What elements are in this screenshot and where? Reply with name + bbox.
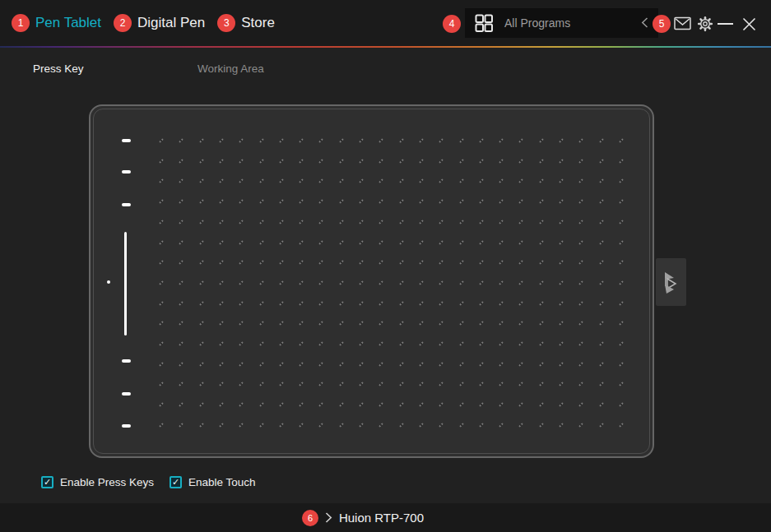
- grid-dot: [339, 138, 344, 143]
- grid-dot: [578, 179, 583, 184]
- tab-working-area[interactable]: Working Area: [197, 62, 264, 75]
- grid-dot: [559, 220, 564, 224]
- grid-dot: [179, 301, 183, 306]
- grid-dot: [619, 138, 624, 143]
- program-selector[interactable]: All Programs: [465, 8, 658, 38]
- grid-dot: [239, 138, 244, 143]
- grid-dot: [339, 159, 344, 164]
- grid-dot: [499, 382, 504, 387]
- grid-dot: [439, 382, 444, 387]
- program-selector-value: All Programs: [504, 16, 570, 30]
- grid-dot: [319, 138, 324, 143]
- grid-dot: [479, 240, 484, 245]
- grid-dot: [259, 260, 264, 265]
- grid-dot: [199, 159, 204, 164]
- grid-dot: [479, 423, 484, 428]
- grid-dot: [578, 321, 583, 326]
- grid-dot: [519, 138, 524, 143]
- grid-dot: [319, 280, 324, 285]
- grid-dot: [339, 280, 344, 285]
- grid-dot: [279, 382, 284, 387]
- grid-dot: [459, 138, 464, 143]
- touch-strip[interactable]: [124, 232, 127, 335]
- pen-nib-icon: [662, 267, 681, 297]
- tab-press-key[interactable]: Press Key: [33, 62, 84, 75]
- chevron-right-icon[interactable]: [325, 512, 332, 523]
- grid-dot: [239, 220, 244, 224]
- grid-dot: [259, 179, 264, 184]
- pen-panel-toggle[interactable]: [656, 258, 686, 306]
- grid-dot: [519, 423, 524, 428]
- grid-dot: [319, 301, 324, 306]
- grid-dot: [239, 362, 244, 367]
- grid-dot: [459, 199, 464, 204]
- press-key-3[interactable]: [122, 203, 131, 206]
- grid-dot: [379, 402, 383, 407]
- grid-dot: [599, 362, 604, 367]
- grid-dot: [339, 402, 344, 407]
- grid-dot: [539, 362, 544, 367]
- grid-dot: [419, 260, 424, 265]
- enable-touch-checkbox[interactable]: ✓: [170, 476, 182, 488]
- enable-press-keys-option[interactable]: ✓ Enable Press Keys: [41, 476, 154, 488]
- grid-dot: [259, 280, 264, 285]
- press-key-1[interactable]: [122, 139, 131, 142]
- enable-touch-option[interactable]: ✓ Enable Touch: [170, 476, 256, 488]
- grid-dot: [239, 301, 244, 306]
- grid-dot: [279, 402, 284, 407]
- grid-dot: [578, 382, 583, 387]
- grid-dot: [299, 382, 304, 387]
- press-key-5[interactable]: [122, 392, 131, 396]
- grid-dot: [199, 220, 204, 224]
- gear-icon[interactable]: [697, 16, 713, 32]
- grid-dot: [279, 423, 284, 428]
- grid-dot: [519, 301, 524, 306]
- grid-dot: [399, 423, 404, 428]
- grid-dot: [499, 220, 504, 224]
- grid-dot: [519, 199, 524, 204]
- grid-dot: [359, 423, 364, 428]
- grid-dot: [399, 220, 404, 224]
- grid-dot: [339, 179, 344, 184]
- grid-dot: [599, 280, 604, 285]
- minimize-icon[interactable]: [718, 23, 733, 25]
- grid-dot: [199, 179, 204, 184]
- indicator-dot: [107, 280, 110, 284]
- enable-press-keys-checkbox[interactable]: ✓: [41, 476, 53, 488]
- nav-store-label: Store: [241, 15, 275, 31]
- close-icon[interactable]: [741, 16, 757, 32]
- grid-dot: [359, 321, 364, 326]
- mail-icon[interactable]: [674, 16, 691, 30]
- titlebar: 1 Pen Tablet 2 Digital Pen 3 Store 4: [0, 0, 771, 46]
- grid-dot: [379, 382, 383, 387]
- grid-dot: [199, 260, 204, 265]
- grid-dot: [559, 382, 564, 387]
- nav-store[interactable]: 3 Store: [217, 14, 275, 32]
- grid-dot: [519, 179, 524, 184]
- rainbow-divider: [0, 46, 771, 48]
- press-key-2[interactable]: [122, 170, 131, 173]
- grid-dot: [319, 240, 324, 245]
- press-key-4[interactable]: [122, 359, 131, 363]
- grid-dot: [339, 341, 344, 346]
- grid-dot: [179, 159, 183, 164]
- grid-dot: [459, 423, 464, 428]
- grid-dot: [519, 159, 524, 164]
- grid-dot: [379, 321, 383, 326]
- press-key-6[interactable]: [122, 424, 131, 428]
- grid-dot: [419, 301, 424, 306]
- grid-dot: [379, 159, 383, 164]
- grid-dot: [499, 240, 504, 245]
- chevron-left-icon[interactable]: [641, 17, 648, 28]
- grid-dot: [539, 199, 544, 204]
- grid-dot: [419, 240, 424, 245]
- grid-dot: [559, 138, 564, 143]
- grid-dot: [299, 260, 304, 265]
- grid-dot: [179, 423, 183, 428]
- grid-dot: [559, 159, 564, 164]
- grid-dot: [459, 220, 464, 224]
- nav-pen-tablet[interactable]: 1 Pen Tablet: [12, 14, 101, 32]
- grid-dot: [359, 199, 364, 204]
- grid-dot: [499, 321, 504, 326]
- nav-digital-pen[interactable]: 2 Digital Pen: [114, 14, 205, 32]
